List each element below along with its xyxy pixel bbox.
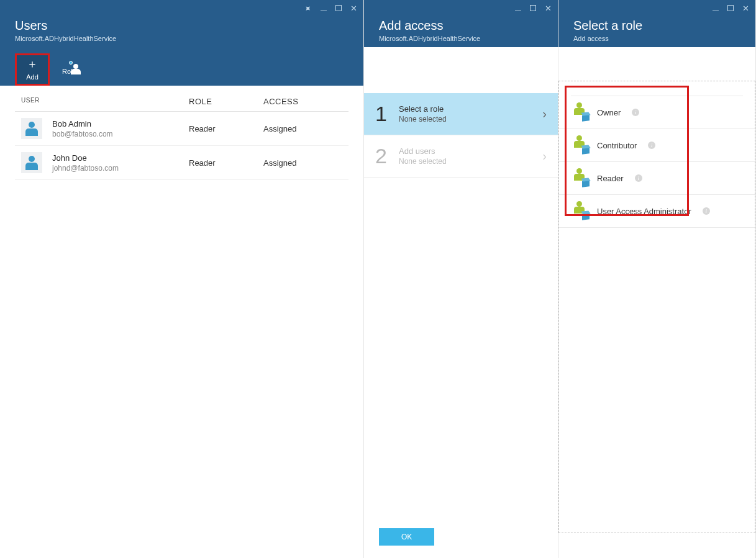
users-toolbar: ＋ Add Roles — [15, 53, 348, 86]
col-access: ACCESS — [263, 97, 338, 106]
users-table: USER ROLE ACCESS Bob Admin bob@fabtoso.c… — [0, 86, 363, 180]
step-title: Add users — [399, 146, 542, 156]
close-icon[interactable]: ✕ — [742, 4, 749, 13]
role-icon — [571, 171, 588, 186]
role-owner[interactable]: Owner i — [558, 96, 755, 129]
add-access-blade: ✕ Add access Microsoft.ADHybridHealthSer… — [364, 0, 558, 558]
table-row[interactable]: John Doe johnd@fabtoso.com Reader Assign… — [15, 146, 348, 180]
close-icon[interactable]: ✕ — [545, 4, 552, 13]
role-reader[interactable]: Reader i — [558, 162, 755, 195]
roles-button[interactable]: Roles — [53, 53, 88, 86]
users-title: Users — [15, 19, 348, 33]
select-role-blade: ✕ Select a role Add access Owner i Contr… — [558, 0, 756, 558]
step-title: Select a role — [399, 104, 542, 114]
add-access-subtitle: Microsoft.ADHybridHealthService — [379, 35, 543, 42]
role-list: Owner i Contributor i Reader i User Acce… — [558, 84, 755, 228]
role-icon — [571, 204, 588, 218]
user-name: John Doe — [52, 153, 119, 163]
ok-button[interactable]: OK — [379, 528, 434, 546]
step-number: 1 — [375, 102, 399, 126]
user-email: johnd@fabtoso.com — [52, 164, 119, 173]
role-contributor[interactable]: Contributor i — [558, 129, 755, 162]
steps: 1 Select a role None selected › 2 Add us… — [364, 84, 558, 178]
step-select-role[interactable]: 1 Select a role None selected › — [364, 93, 558, 135]
minimize-icon[interactable] — [515, 4, 521, 13]
role-label: Contributor — [597, 141, 637, 150]
step-number: 2 — [375, 144, 399, 168]
info-icon[interactable]: i — [648, 142, 655, 149]
add-access-title: Add access — [379, 19, 543, 33]
info-icon[interactable]: i — [632, 109, 639, 116]
user-access: Assigned — [263, 158, 338, 168]
role-label: Owner — [597, 108, 621, 117]
table-header: USER ROLE ACCESS — [15, 97, 348, 112]
col-role: ROLE — [189, 97, 263, 106]
info-icon[interactable]: i — [703, 207, 710, 215]
role-user-access-admin[interactable]: User Access Administrator i — [558, 195, 755, 228]
plus-icon: ＋ — [27, 58, 38, 70]
select-role-subtitle: Add access — [573, 35, 740, 42]
minimize-icon[interactable] — [321, 4, 327, 14]
window-controls: ✕ — [515, 4, 552, 13]
col-user: USER — [15, 97, 189, 106]
role-label: Reader — [597, 174, 624, 183]
user-name: Bob Admin — [52, 119, 113, 128]
users-header: ✦ ✕ Users Microsoft.ADHybridHealthServic… — [0, 0, 363, 86]
chevron-right-icon: › — [542, 107, 547, 121]
add-access-header: ✕ Add access Microsoft.ADHybridHealthSer… — [364, 0, 558, 47]
maximize-icon[interactable] — [335, 4, 342, 14]
pin-icon[interactable]: ✦ — [302, 2, 314, 15]
add-button[interactable]: ＋ Add — [15, 53, 50, 86]
maximize-icon[interactable] — [727, 4, 734, 13]
users-subtitle: Microsoft.ADHybridHealthService — [15, 35, 348, 42]
add-label: Add — [26, 73, 39, 81]
window-controls: ✕ — [713, 4, 749, 13]
step-subtitle: None selected — [399, 157, 542, 166]
maximize-icon[interactable] — [530, 4, 536, 13]
avatar — [21, 152, 42, 173]
close-icon[interactable]: ✕ — [350, 4, 357, 14]
user-email: bob@fabtoso.com — [52, 130, 113, 138]
user-access: Assigned — [263, 124, 338, 133]
role-label: User Access Administrator — [597, 207, 691, 216]
select-role-title: Select a role — [573, 19, 740, 33]
chevron-right-icon: › — [542, 149, 547, 163]
step-subtitle: None selected — [399, 115, 542, 124]
role-icon — [571, 138, 588, 153]
table-row[interactable]: Bob Admin bob@fabtoso.com Reader Assigne… — [15, 112, 348, 146]
avatar — [21, 118, 42, 139]
select-role-header: ✕ Select a role Add access — [558, 0, 755, 47]
window-controls: ✦ ✕ — [304, 4, 357, 14]
user-role: Reader — [189, 158, 263, 168]
info-icon[interactable]: i — [635, 174, 642, 182]
users-blade: ✦ ✕ Users Microsoft.ADHybridHealthServic… — [0, 0, 364, 558]
role-icon — [571, 105, 588, 120]
step-add-users[interactable]: 2 Add users None selected › — [364, 135, 558, 178]
user-role: Reader — [189, 124, 263, 133]
minimize-icon[interactable] — [713, 4, 719, 13]
